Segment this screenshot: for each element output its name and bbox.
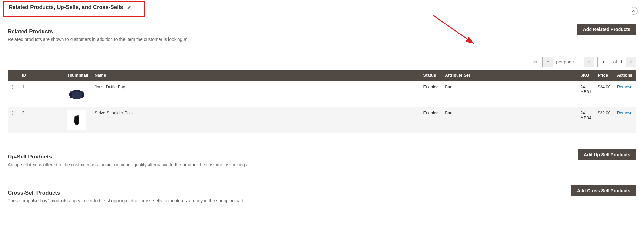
per-page-label: per page xyxy=(556,59,574,64)
pager-current-page-input[interactable] xyxy=(597,57,610,67)
drag-handle-icon[interactable] xyxy=(11,110,15,116)
pager-total-pages: 1 xyxy=(620,59,623,64)
cell-sku: 24-MB04 xyxy=(577,107,594,133)
svg-point-5 xyxy=(12,88,13,89)
table-row: 1 Joust Duffle Bag Enabled Bag xyxy=(8,81,636,107)
page-size-input[interactable] xyxy=(527,57,543,67)
cell-name: Joust Duffle Bag xyxy=(91,81,420,107)
cell-id: 1 xyxy=(19,81,64,107)
product-thumbnail xyxy=(67,84,86,104)
svg-point-15 xyxy=(14,114,15,115)
svg-point-2 xyxy=(14,85,15,86)
collapse-toggle-icon[interactable] xyxy=(630,7,638,15)
cell-status: Enabled xyxy=(420,107,442,133)
cell-sku: 24-MB01 xyxy=(577,81,594,107)
svg-point-3 xyxy=(12,87,13,88)
remove-link[interactable]: Remove xyxy=(617,84,632,89)
svg-point-14 xyxy=(12,114,13,115)
col-price[interactable]: Price xyxy=(594,70,614,81)
svg-point-4 xyxy=(14,87,15,88)
upsell-products-heading: Up-Sell Products xyxy=(8,154,578,160)
related-pager: per page of 1 xyxy=(8,57,636,67)
upsell-products-description: An up-sell item is offered to the custom… xyxy=(8,162,578,167)
svg-point-8 xyxy=(70,91,72,98)
related-products-description: Related products are shown to customers … xyxy=(8,37,577,42)
col-attribute-set[interactable]: Attribute Set xyxy=(442,70,577,81)
svg-point-13 xyxy=(14,113,15,114)
section-header[interactable]: Related Products, Up-Sells, and Cross-Se… xyxy=(3,1,145,17)
col-thumbnail: Thumbnail xyxy=(64,70,91,81)
cell-price: $34.00 xyxy=(594,81,614,107)
col-drag xyxy=(8,70,19,81)
cell-attribute-set: Bag xyxy=(442,107,577,133)
col-id[interactable]: ID xyxy=(19,70,64,81)
pager-prev-button[interactable] xyxy=(584,57,594,67)
page-size-dropdown-button[interactable] xyxy=(543,57,553,67)
svg-point-10 xyxy=(12,111,13,112)
product-thumbnail xyxy=(67,110,86,130)
col-name[interactable]: Name xyxy=(91,70,420,81)
svg-point-9 xyxy=(82,91,84,98)
add-upsell-products-button[interactable]: Add Up-Sell Products xyxy=(578,149,636,160)
svg-point-6 xyxy=(14,88,15,89)
col-status[interactable]: Status xyxy=(420,70,442,81)
cell-price: $32.00 xyxy=(594,107,614,133)
related-products-table: ID Thumbnail Name Status Attribute Set S… xyxy=(8,70,636,133)
col-sku[interactable]: SKU xyxy=(577,70,594,81)
edit-pencil-icon[interactable] xyxy=(127,5,131,10)
cell-name: Strive Shoulder Pack xyxy=(91,107,420,133)
svg-point-12 xyxy=(12,113,13,114)
pager-next-button[interactable] xyxy=(626,57,636,67)
col-actions: Actions xyxy=(614,70,636,81)
cell-id: 2 xyxy=(19,107,64,133)
add-crosssell-products-button[interactable]: Add Cross-Sell Products xyxy=(571,185,636,196)
svg-point-11 xyxy=(14,111,15,112)
remove-link[interactable]: Remove xyxy=(617,110,632,115)
cell-status: Enabled xyxy=(420,81,442,107)
table-row: 2 Strive Shoulder Pack Enabled Bag 24-MB… xyxy=(8,107,636,133)
cell-attribute-set: Bag xyxy=(442,81,577,107)
pager-of-label: of xyxy=(613,59,617,64)
related-products-heading: Related Products xyxy=(8,28,577,35)
drag-handle-icon[interactable] xyxy=(11,84,15,90)
crosssell-products-heading: Cross-Sell Products xyxy=(8,190,571,196)
crosssell-products-description: These "impulse-buy" products appear next… xyxy=(8,198,571,203)
add-related-products-button[interactable]: Add Related Products xyxy=(577,24,636,35)
section-title: Related Products, Up-Sells, and Cross-Se… xyxy=(9,4,123,11)
svg-point-1 xyxy=(12,85,13,86)
